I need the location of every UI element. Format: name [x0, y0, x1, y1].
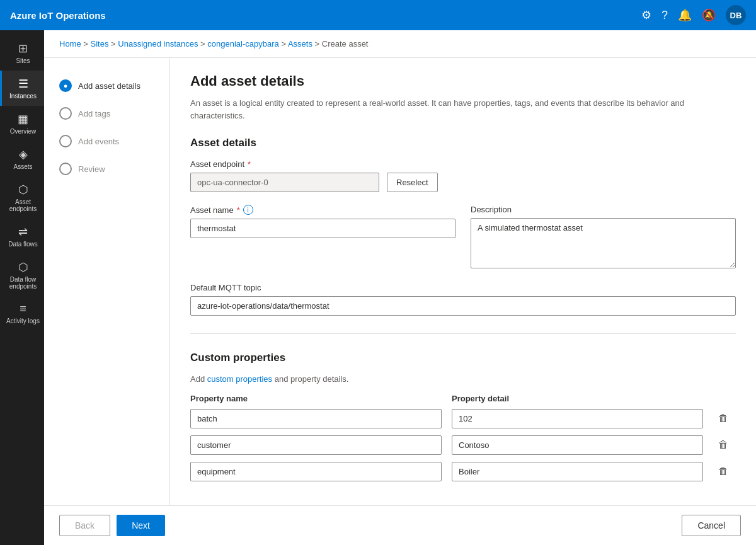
asset-endpoint-group: Asset endpoint * Reselect — [190, 159, 736, 192]
prop-header: Property name Property detail — [190, 394, 736, 403]
asset-name-group: Asset name * i — [190, 205, 455, 270]
next-button[interactable]: Next — [117, 515, 165, 536]
name-required-indicator: * — [237, 205, 240, 215]
asset-name-input[interactable] — [190, 219, 455, 238]
content-area: Home > Sites > Unassigned instances > co… — [44, 30, 756, 545]
prop-name-equipment[interactable] — [190, 462, 442, 481]
step-review[interactable]: Review — [54, 156, 159, 181]
data-flows-icon: ⇌ — [18, 225, 28, 239]
avatar[interactable]: DB — [726, 5, 746, 25]
assets-icon: ◈ — [19, 147, 28, 161]
steps-panel: ● Add asset details Add tags Add events … — [44, 58, 170, 505]
data-flow-endpoints-icon: ⬡ — [18, 260, 28, 274]
step-circle-3 — [59, 135, 72, 147]
section-divider — [190, 333, 736, 334]
reselect-button[interactable]: Reselect — [387, 173, 438, 192]
info-icon[interactable]: i — [243, 205, 253, 215]
breadcrumb-sites[interactable]: Sites — [91, 39, 109, 49]
sidebar: ⊞ Sites ☰ Instances ▦ Overview ◈ Assets … — [0, 30, 44, 545]
delete-customer-button[interactable]: 🗑 — [713, 435, 733, 455]
sidebar-item-asset-endpoints[interactable]: ⬡ Asset endpoints — [0, 176, 44, 219]
back-button[interactable]: Back — [59, 515, 110, 536]
top-navigation: Azure IoT Operations ⚙ ? 🔔 🔕 DB — [0, 0, 756, 30]
endpoint-row: Reselect — [190, 173, 736, 192]
form-title: Add asset details — [190, 73, 736, 89]
prop-detail-batch[interactable] — [452, 409, 703, 428]
asset-endpoints-icon: ⬡ — [18, 183, 28, 197]
prop-name-batch[interactable] — [190, 409, 442, 428]
custom-props-link[interactable]: custom properties — [207, 374, 272, 384]
prop-name-col-header: Property name — [190, 394, 442, 403]
step-add-events[interactable]: Add events — [54, 129, 159, 154]
sidebar-item-sites[interactable]: ⊞ Sites — [0, 35, 44, 71]
sites-icon: ⊞ — [18, 42, 28, 55]
form-description: An asset is a logical entity created to … — [190, 97, 736, 122]
endpoint-required-indicator: * — [248, 159, 251, 169]
activity-logs-icon: ≡ — [20, 302, 26, 316]
cancel-button[interactable]: Cancel — [682, 515, 741, 536]
sidebar-item-assets[interactable]: ◈ Assets — [0, 141, 44, 176]
instances-icon: ☰ — [18, 77, 28, 91]
notifications-icon[interactable]: 🔔 — [678, 8, 692, 22]
settings-icon[interactable]: ⚙ — [641, 8, 651, 22]
mqtt-topic-input[interactable] — [190, 296, 736, 316]
description-group: Description — [471, 205, 736, 270]
top-nav-icons: ⚙ ? 🔔 🔕 DB — [641, 5, 746, 25]
asset-details-section-title: Asset details — [190, 137, 736, 149]
breadcrumb-home[interactable]: Home — [59, 39, 81, 49]
custom-props-title: Custom properties — [190, 352, 736, 364]
bell-icon[interactable]: 🔕 — [702, 8, 716, 22]
custom-props-desc: Add custom properties and property detai… — [190, 374, 736, 384]
step-label-1: Add asset details — [78, 81, 140, 91]
step-label-2: Add tags — [78, 109, 110, 118]
breadcrumb-unassigned[interactable]: Unassigned instances — [118, 39, 198, 49]
step-circle-1: ● — [59, 79, 72, 92]
breadcrumb: Home > Sites > Unassigned instances > co… — [44, 30, 756, 58]
step-add-asset-details[interactable]: ● Add asset details — [54, 73, 159, 98]
endpoint-label: Asset endpoint * — [190, 159, 736, 169]
delete-batch-button[interactable]: 🗑 — [713, 408, 733, 428]
prop-row-equipment: 🗑 — [190, 461, 736, 481]
sidebar-item-data-flow-endpoints[interactable]: ⬡ Data flow endpoints — [0, 254, 44, 296]
prop-detail-customer[interactable] — [452, 435, 703, 455]
mqtt-topic-group: Default MQTT topic — [190, 283, 736, 316]
step-circle-4 — [59, 163, 72, 175]
prop-detail-col-header: Property detail — [452, 394, 703, 403]
bottom-bar: Back Next Cancel — [44, 505, 756, 545]
app-title: Azure IoT Operations — [10, 10, 641, 21]
step-label-4: Review — [78, 164, 105, 174]
description-label: Description — [471, 205, 736, 214]
description-input[interactable] — [471, 218, 736, 268]
step-add-tags[interactable]: Add tags — [54, 101, 159, 126]
prop-detail-equipment[interactable] — [452, 462, 703, 481]
delete-equipment-button[interactable]: 🗑 — [713, 461, 733, 481]
name-description-row: Asset name * i Description — [190, 205, 736, 283]
breadcrumb-current: Create asset — [322, 39, 369, 49]
form-area: Add asset details An asset is a logical … — [170, 58, 756, 505]
main-layout: ⊞ Sites ☰ Instances ▦ Overview ◈ Assets … — [0, 30, 756, 545]
sidebar-item-overview[interactable]: ▦ Overview — [0, 106, 44, 141]
prop-name-customer[interactable] — [190, 435, 442, 455]
prop-row-batch: 🗑 — [190, 408, 736, 428]
help-icon[interactable]: ? — [662, 9, 668, 22]
sidebar-item-instances[interactable]: ☰ Instances — [0, 71, 44, 106]
prop-row-customer: 🗑 — [190, 435, 736, 455]
sidebar-item-activity-logs[interactable]: ≡ Activity logs — [0, 296, 44, 331]
breadcrumb-assets[interactable]: Assets — [288, 39, 312, 49]
sidebar-item-data-flows[interactable]: ⇌ Data flows — [0, 219, 44, 254]
step-circle-2 — [59, 107, 72, 120]
endpoint-input[interactable] — [190, 173, 379, 192]
overview-icon: ▦ — [18, 112, 28, 126]
mqtt-label: Default MQTT topic — [190, 283, 736, 292]
asset-name-label: Asset name * i — [190, 205, 455, 215]
inner-layout: ● Add asset details Add tags Add events … — [44, 58, 756, 505]
step-label-3: Add events — [78, 137, 119, 146]
breadcrumb-instance[interactable]: congenial-capybara — [207, 39, 278, 49]
